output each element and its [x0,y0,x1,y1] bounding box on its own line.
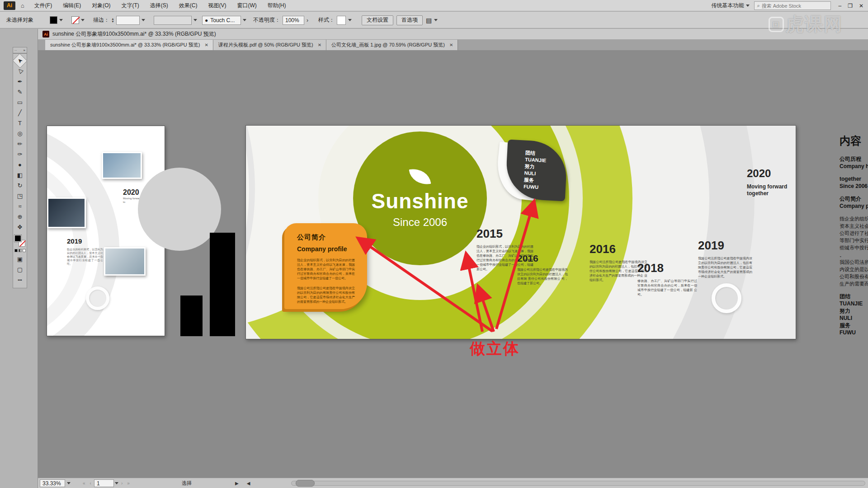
canvas-pasteboard[interactable]: 2020 Moving forward to 2019 指企业的组织形式，以营利… [38,50,868,478]
pasteboard-black-bar[interactable] [180,296,203,336]
brush-chevron-icon[interactable] [243,19,246,21]
stroke-weight-field[interactable] [116,16,140,25]
tab-close-icon[interactable]: ✕ [205,42,208,47]
menu-effect[interactable]: 效果(C) [179,2,198,9]
tab-close-icon[interactable]: ✕ [318,42,321,47]
pasteboard-gray-circle[interactable] [138,168,221,251]
artboard-main[interactable]: Sunshine Since 2006 团结 TUANJIE 努力 NULI 服… [245,125,796,339]
artboard-chevron-icon[interactable] [115,482,118,484]
notes-section: 公司历程 Company hist [840,155,868,170]
tab-close-icon[interactable]: ✕ [449,42,453,47]
align-icon[interactable]: ▤ [426,17,432,24]
collapse-icon[interactable]: » [24,48,25,52]
fill-stroke-indicator[interactable] [14,235,25,247]
opacity-more-icon[interactable]: › [307,17,308,23]
photo-thumbnail[interactable] [102,152,142,179]
sunshine-circle[interactable]: Sunshine Since 2006 [353,131,487,265]
width-profile-chevron-icon[interactable] [193,19,197,21]
zoom-level-field[interactable]: 33.33% [40,479,65,487]
document-title-bar[interactable]: Ai sunshine 公司形象墙9100x3500mm.ai* @ 33.33… [38,29,868,40]
menu-help[interactable]: 帮助(H) [268,2,286,9]
workspace-switcher[interactable]: 传统基本功能 [711,2,750,9]
zoom-chevron-icon[interactable] [67,482,71,484]
close-button[interactable]: ✕ [859,3,863,9]
status-expand-icon[interactable]: ▶ [235,481,239,486]
draw-mode-button[interactable]: ▣ [14,254,25,264]
scroll-left-icon[interactable]: ◀ [247,481,250,486]
shaper-tool[interactable]: ◎ [14,128,25,139]
type-tool[interactable]: T [14,118,25,128]
last-artboard-icon[interactable]: » [127,481,130,486]
restore-button[interactable]: ❐ [848,3,853,9]
tab-sunshine-ai[interactable]: sunshine 公司形象墙9100x3500mm.ai* @ 33.33% (… [45,40,213,50]
eraser-tool[interactable]: ◧ [14,170,25,180]
horizontal-scrollbar[interactable] [291,481,865,486]
hand-tool[interactable]: ✥ [14,222,25,232]
horizontal-scrollbar-thumb[interactable] [296,480,315,487]
menu-edit[interactable]: 编辑(E) [63,2,81,9]
style-swatch[interactable] [337,16,346,25]
width-tool[interactable]: ≈ [14,201,25,211]
photo-thumbnail[interactable] [104,247,146,276]
screen-mode-button[interactable]: ▢ [14,264,25,275]
timeline-year: 2016 [590,242,647,256]
menu-type[interactable]: 文字(T) [122,2,139,9]
timeline-year: 2015 [476,227,533,241]
none-mode-icon[interactable] [23,249,26,252]
stroke-weight-chevron-icon[interactable] [142,19,145,21]
stroke-stepper[interactable]: ▲▼ [111,18,114,23]
stroke-chevron-icon[interactable] [81,19,85,21]
line-tool[interactable]: ╱ [14,108,25,118]
tab-course-pdf[interactable]: 课程片头模板.pdf @ 50% (RGB/GPU 预览) ✕ [213,40,326,50]
photo-thumbnail[interactable] [47,197,86,228]
rectangle-tool[interactable]: ▭ [14,97,25,108]
preferences-button[interactable]: 首选项 [396,15,423,25]
first-artboard-icon[interactable]: « [83,481,85,486]
rotate-tool[interactable]: ↻ [14,180,25,191]
pasteboard-black-bar[interactable] [210,233,235,336]
blob-brush-tool[interactable]: ● [14,160,25,170]
company-profile-card[interactable]: 公司简介 Company profile 指企业的组织形式，以营利为目的的社团法… [284,223,367,309]
menu-view[interactable]: 视图(V) [208,2,226,9]
control-bar: 未选择对象 描边： ▲▼ ● Touch C... 不透明度： 100% › 样… [0,12,868,28]
menu-window[interactable]: 窗口(W) [237,2,257,9]
opacity-label: 不透明度： [253,16,280,24]
style-label: 样式： [318,16,335,24]
align-chevron-icon[interactable] [434,19,438,21]
next-artboard-icon[interactable]: › [121,481,123,486]
brush-name: Touch C... [210,17,235,23]
fill-color-swatch[interactable] [50,16,57,24]
app-logo-icon[interactable]: Ai [4,1,15,10]
timeline-text: 我国公司法所指公司是指在中国境内设立的以营利为目的的社团法人，包括有限责任公司和… [698,256,752,279]
adobe-stock-search[interactable]: ⌕ [754,1,831,10]
fill-chevron-icon[interactable] [59,19,63,21]
width-profile-dropdown[interactable] [154,16,192,25]
stroke-color-swatch[interactable] [71,16,79,24]
document-setup-button[interactable]: 文档设置 [362,15,393,25]
menu-file[interactable]: 文件(F) [34,2,52,9]
pencil-tool[interactable]: ✏ [14,139,25,149]
paintbrush-tool[interactable]: ✑ [14,149,25,160]
tab-culture-jpg[interactable]: 公司文化墙_画板 1.jpg @ 70.59% (RGB/GPU 预览) ✕ [326,40,458,50]
menu-select[interactable]: 选择(S) [150,2,168,9]
style-chevron-icon[interactable] [348,19,352,21]
minimize-button[interactable]: – [838,3,841,9]
fill-indicator[interactable] [14,235,21,242]
brush-dropdown[interactable]: ● Touch C... [202,16,241,25]
zoom-tool[interactable]: ⊕ [14,211,25,222]
more-tools-button[interactable]: ••• [14,275,25,285]
search-input[interactable] [762,3,821,9]
chevron-down-icon [746,5,750,7]
tab-label: 课程片头模板.pdf @ 50% (RGB/GPU 预览) [218,42,313,48]
home-icon[interactable]: ⌂ [21,2,24,9]
gradient-mode-icon[interactable] [19,249,22,252]
curvature-tool[interactable]: ✎ [14,87,25,97]
toolbar-header[interactable]: ·· » [13,47,27,53]
color-mode-icon[interactable] [14,249,18,252]
artboard-number-field[interactable]: 1 [94,479,114,487]
scale-tool[interactable]: ◳ [14,191,25,201]
opacity-field[interactable]: 100% [283,16,304,25]
prev-artboard-icon[interactable]: ‹ [90,481,91,486]
brush-dot-icon: ● [205,17,208,23]
menu-object[interactable]: 对象(O) [92,2,110,9]
